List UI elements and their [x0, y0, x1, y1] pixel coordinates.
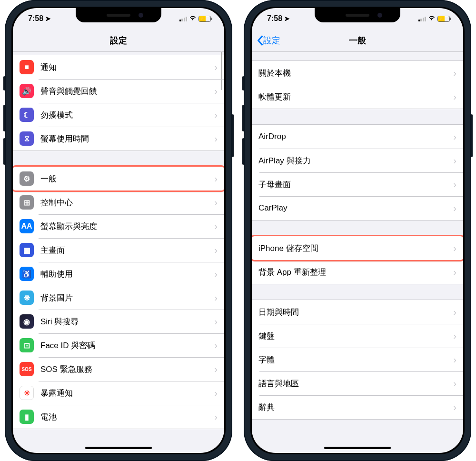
mute-switch: [242, 76, 244, 90]
chevron-right-icon: ›: [453, 131, 456, 142]
mute-switch: [3, 76, 5, 90]
settings-row[interactable]: ⚙一般›: [13, 167, 224, 190]
settings-row[interactable]: AirPlay 與接力›: [252, 149, 463, 172]
settings-row[interactable]: 字體›: [252, 348, 463, 371]
home-screen-icon: ▦: [20, 243, 34, 257]
settings-row[interactable]: 鍵盤›: [252, 324, 463, 348]
row-label: 子母畫面: [258, 179, 453, 190]
chevron-right-icon: ›: [214, 411, 218, 422]
nav-bar: 設定 一般: [252, 29, 463, 52]
settings-row[interactable]: 辭典›: [252, 395, 463, 419]
volume-up-button: [242, 105, 244, 131]
screentime-icon: ⧖: [20, 131, 34, 146]
volume-down-button: [3, 138, 5, 165]
home-indicator[interactable]: [85, 447, 152, 449]
screen-left: 7:58 ➤ ⚡ 設定 ■通知›🔊聲音與觸覺回饋›☾勿擾模: [13, 8, 224, 453]
settings-row[interactable]: ❋背景圖片›: [13, 286, 224, 310]
row-label: 鍵盤: [258, 331, 453, 341]
chevron-left-icon: [257, 35, 263, 46]
back-button[interactable]: 設定: [257, 35, 280, 46]
chevron-right-icon: ›: [453, 331, 456, 341]
nav-bar: 設定: [13, 29, 224, 52]
row-label: Face ID 與密碼: [40, 340, 214, 351]
back-label: 設定: [263, 35, 280, 46]
chevron-right-icon: ›: [453, 179, 456, 190]
settings-row[interactable]: 軟體更新›: [252, 85, 463, 109]
chevron-right-icon: ›: [214, 245, 218, 256]
settings-row[interactable]: 日期與時間›: [252, 300, 463, 324]
chevron-right-icon: ›: [214, 86, 218, 97]
settings-row[interactable]: ▮電池›: [13, 405, 224, 429]
status-time: 7:58: [267, 14, 282, 23]
settings-row[interactable]: 語言與地區›: [252, 371, 463, 395]
chevron-right-icon: ›: [214, 269, 218, 280]
row-label: 暴露通知: [40, 388, 214, 399]
settings-row[interactable]: AA螢幕顯示與亮度›: [13, 214, 224, 238]
chevron-right-icon: ›: [453, 354, 456, 365]
chevron-right-icon: ›: [214, 364, 218, 375]
volume-up-button: [3, 105, 5, 131]
home-indicator[interactable]: [324, 447, 391, 449]
settings-row[interactable]: ☾勿擾模式›: [13, 103, 224, 127]
settings-row[interactable]: ⊞控制中心›: [13, 190, 224, 214]
status-time: 7:58: [28, 14, 43, 23]
wifi-icon: [189, 15, 197, 22]
settings-row[interactable]: ♿輔助使用›: [13, 262, 224, 286]
row-label: 主畫面: [40, 245, 214, 256]
screen-right: 7:58 ➤ ⚡ 設定 一般: [252, 8, 463, 453]
battery-icon: ⚡: [437, 16, 450, 22]
row-label: iPhone 儲存空間: [258, 243, 453, 254]
row-label: SOS 緊急服務: [40, 364, 214, 375]
row-label: 輔助使用: [40, 269, 214, 280]
row-label: Siri 與搜尋: [40, 316, 214, 327]
chevron-right-icon: ›: [214, 221, 218, 232]
settings-row[interactable]: 關於本機›: [252, 61, 463, 85]
row-label: 螢幕使用時間: [40, 133, 214, 144]
general-icon: ⚙: [20, 171, 34, 186]
cell-signal-icon: [418, 16, 426, 21]
battery-icon: ▮: [20, 410, 34, 424]
settings-row[interactable]: CarPlay›: [252, 196, 463, 220]
settings-row[interactable]: 🔊聲音與觸覺回饋›: [13, 79, 224, 103]
dnd-icon: ☾: [20, 108, 34, 122]
row-label: 一般: [40, 173, 214, 184]
settings-list[interactable]: ■通知›🔊聲音與觸覺回饋›☾勿擾模式›⧖螢幕使用時間›⚙一般›⊞控制中心›AA螢…: [13, 52, 224, 453]
location-icon: ➤: [284, 15, 290, 22]
chevron-right-icon: ›: [214, 340, 218, 351]
chevron-right-icon: ›: [453, 243, 456, 254]
settings-row[interactable]: ◉Siri 與搜尋›: [13, 310, 224, 333]
row-label: 軟體更新: [258, 91, 453, 102]
settings-row[interactable]: ⧖螢幕使用時間›: [13, 127, 224, 150]
row-label: 語言與地區: [258, 378, 453, 389]
chevron-right-icon: ›: [453, 203, 456, 214]
settings-row[interactable]: ▦主畫面›: [13, 238, 224, 262]
phone-frame-right: 7:58 ➤ ⚡ 設定 一般: [244, 0, 471, 461]
chevron-right-icon: ›: [453, 402, 456, 413]
battery-icon: ⚡: [198, 16, 211, 22]
location-icon: ➤: [45, 15, 51, 22]
row-label: 背景 App 重新整理: [258, 267, 453, 278]
settings-row[interactable]: 子母畫面›: [252, 172, 463, 196]
settings-group: AirDrop›AirPlay 與接力›子母畫面›CarPlay›: [252, 124, 463, 220]
row-label: AirPlay 與接力: [258, 155, 453, 166]
settings-row[interactable]: SOSSOS 緊急服務›: [13, 357, 224, 381]
settings-row[interactable]: ⊡Face ID 與密碼›: [13, 333, 224, 357]
row-label: 電池: [40, 411, 214, 422]
power-button: [232, 114, 234, 157]
exposure-icon: ✳: [20, 386, 34, 400]
settings-row[interactable]: 背景 App 重新整理›: [252, 260, 463, 284]
chevron-right-icon: ›: [453, 91, 456, 102]
row-label: AirDrop: [258, 132, 453, 141]
settings-row[interactable]: iPhone 儲存空間›: [252, 236, 463, 260]
settings-row[interactable]: AirDrop›: [252, 125, 463, 149]
row-label: 背景圖片: [40, 292, 214, 303]
chevron-right-icon: ›: [214, 388, 218, 399]
settings-group: ■通知›🔊聲音與觸覺回饋›☾勿擾模式›⧖螢幕使用時間›: [13, 55, 224, 151]
settings-row[interactable]: ■通知›: [13, 55, 224, 79]
row-label: 字體: [258, 354, 453, 365]
chevron-right-icon: ›: [453, 68, 456, 79]
general-list[interactable]: 關於本機›軟體更新›AirDrop›AirPlay 與接力›子母畫面›CarPl…: [252, 52, 463, 453]
chevron-right-icon: ›: [214, 133, 218, 144]
settings-row[interactable]: ✳暴露通知›: [13, 381, 224, 405]
settings-group: 日期與時間›鍵盤›字體›語言與地區›辭典›: [252, 300, 463, 420]
